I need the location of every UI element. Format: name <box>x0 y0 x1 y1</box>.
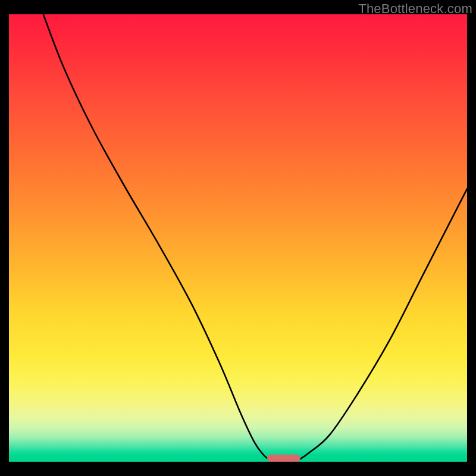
bottleneck-curves <box>9 14 467 462</box>
watermark-text: TheBottleneck.com <box>358 1 472 17</box>
plot-area <box>9 14 467 462</box>
chart-frame: TheBottleneck.com <box>0 0 476 476</box>
optimal-marker <box>267 455 300 462</box>
curve-right <box>299 189 467 459</box>
curve-left <box>43 14 270 459</box>
